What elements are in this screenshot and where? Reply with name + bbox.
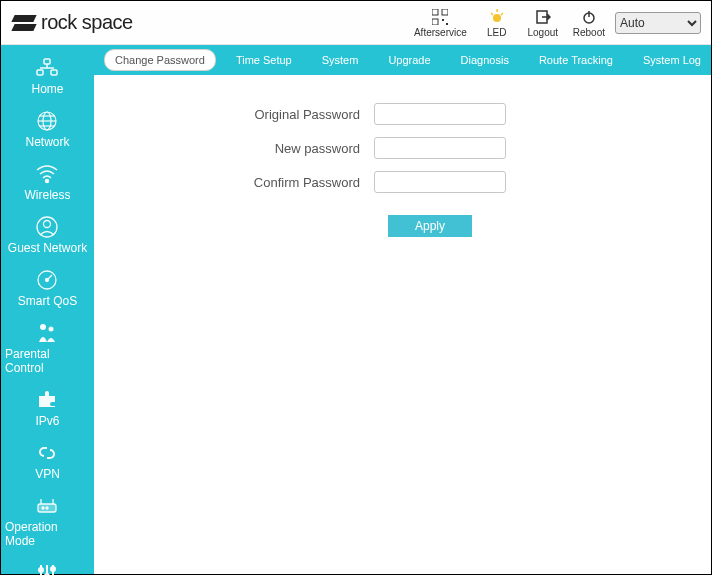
power-icon: [581, 8, 597, 26]
svg-line-8: [501, 13, 503, 15]
sliders-icon: [34, 562, 60, 575]
sidebar-item-advanced[interactable]: Advanced: [1, 556, 94, 575]
tab-time-setup[interactable]: Time Setup: [226, 50, 302, 70]
tab-diagnosis[interactable]: Diagnosis: [451, 50, 519, 70]
svg-line-7: [491, 13, 493, 15]
svg-point-33: [42, 507, 44, 509]
home-icon: [34, 57, 60, 79]
apply-button[interactable]: Apply: [388, 215, 472, 237]
tab-route-tracking[interactable]: Route Tracking: [529, 50, 623, 70]
sidebar-item-label: Parental Control: [5, 347, 90, 375]
wifi-icon: [34, 163, 60, 185]
sidebar-item-label: Smart QoS: [18, 294, 77, 308]
brand-logo-icon: [13, 15, 35, 31]
sidebar-item-label: VPN: [35, 467, 60, 481]
tab-system[interactable]: System: [312, 50, 369, 70]
svg-rect-1: [442, 9, 448, 15]
svg-point-22: [46, 180, 49, 183]
svg-rect-12: [44, 59, 50, 64]
sidebar-item-smart-qos[interactable]: Smart QoS: [1, 263, 94, 316]
led-button[interactable]: LED: [481, 8, 513, 38]
afterservice-label: Afterservice: [414, 27, 467, 38]
family-icon: [34, 322, 60, 344]
svg-rect-16: [51, 70, 57, 75]
language-select[interactable]: Auto: [615, 12, 701, 34]
sidebar-item-guest-network[interactable]: Guest Network: [1, 210, 94, 263]
tab-system-log[interactable]: System Log: [633, 50, 711, 70]
tab-bar: Change Password Time Setup System Upgrad…: [94, 45, 711, 75]
logout-button[interactable]: Logout: [527, 8, 559, 38]
svg-rect-4: [446, 23, 448, 25]
reboot-button[interactable]: Reboot: [573, 8, 605, 38]
svg-point-28: [40, 324, 46, 330]
led-label: LED: [487, 27, 506, 38]
new-password-input[interactable]: [374, 137, 506, 159]
header-actions: Afterservice LED: [414, 8, 605, 38]
sidebar-item-label: Wireless: [24, 188, 70, 202]
svg-point-38: [39, 568, 43, 572]
sidebar-item-parental-control[interactable]: Parental Control: [1, 316, 94, 383]
original-password-input[interactable]: [374, 103, 506, 125]
sidebar-item-label: Network: [25, 135, 69, 149]
svg-point-5: [493, 14, 501, 22]
led-icon: [489, 8, 505, 26]
qr-icon: [432, 8, 448, 26]
new-password-label: New password: [114, 141, 374, 156]
brand-name: rock space: [41, 11, 133, 34]
link-icon: [34, 442, 60, 464]
gauge-icon: [34, 269, 60, 291]
svg-rect-0: [432, 9, 438, 15]
tab-change-password[interactable]: Change Password: [104, 49, 216, 71]
sidebar-item-vpn[interactable]: VPN: [1, 436, 94, 489]
sidebar-item-ipv6[interactable]: IPv6: [1, 383, 94, 436]
svg-rect-2: [432, 19, 438, 25]
reboot-label: Reboot: [573, 27, 605, 38]
globe-icon: [34, 110, 60, 132]
original-password-label: Original Password: [114, 107, 374, 122]
sidebar-item-label: Operation Mode: [5, 520, 90, 548]
sidebar: Home Network: [1, 45, 94, 574]
svg-rect-3: [442, 19, 444, 21]
change-password-form: Original Password New password Confirm P…: [94, 75, 711, 574]
sidebar-item-wireless[interactable]: Wireless: [1, 157, 94, 210]
sidebar-item-label: Guest Network: [8, 241, 87, 255]
tab-upgrade[interactable]: Upgrade: [378, 50, 440, 70]
svg-rect-15: [37, 70, 43, 75]
svg-point-27: [46, 279, 49, 282]
sidebar-item-network[interactable]: Network: [1, 104, 94, 157]
sidebar-item-home[interactable]: Home: [1, 51, 94, 104]
sidebar-item-label: IPv6: [35, 414, 59, 428]
afterservice-button[interactable]: Afterservice: [414, 8, 467, 38]
svg-point-24: [44, 221, 51, 228]
sidebar-item-label: Home: [31, 82, 63, 96]
logout-label: Logout: [527, 27, 558, 38]
confirm-password-input[interactable]: [374, 171, 506, 193]
router-icon: [34, 495, 60, 517]
main: Change Password Time Setup System Upgrad…: [94, 45, 711, 574]
confirm-password-label: Confirm Password: [114, 175, 374, 190]
puzzle-icon: [34, 389, 60, 411]
svg-point-29: [49, 327, 54, 332]
user-icon: [34, 216, 60, 238]
svg-point-34: [46, 507, 48, 509]
svg-point-40: [51, 567, 55, 571]
header: rock space Afterservice: [1, 1, 711, 45]
logout-icon: [535, 8, 551, 26]
sidebar-item-operation-mode[interactable]: Operation Mode: [1, 489, 94, 556]
